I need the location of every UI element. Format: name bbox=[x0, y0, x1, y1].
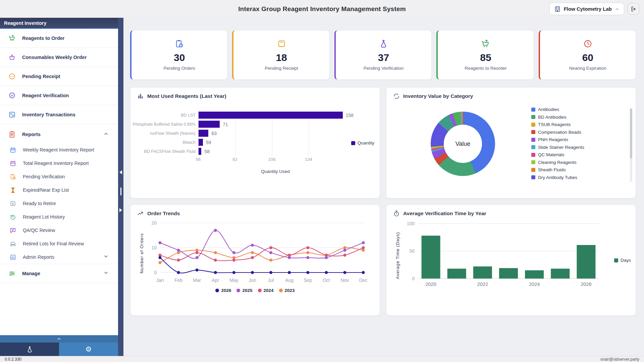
sidebar-item-ready-to-retire[interactable]: Ready to Retire bbox=[0, 197, 118, 210]
legend-label: Days bbox=[621, 258, 631, 263]
legend-item-dry-antibody-tubes[interactable]: Dry Antibody Tubes bbox=[531, 175, 584, 180]
logged-in-user: snair@sidserver.party bbox=[600, 357, 639, 362]
bar-category-label: BD FACSFlow Sheath Fluid bbox=[137, 148, 198, 155]
bar-2025 bbox=[551, 268, 570, 279]
y-axis-title: Number of Orders bbox=[137, 219, 146, 287]
legend-item-cleaning-reagents[interactable]: Cleaning Reagents bbox=[531, 160, 584, 165]
sidebar-item-expired-near-exp-list[interactable]: Expired/Near Exp List bbox=[0, 183, 118, 197]
sidebar-item-reagent-verification[interactable]: Reagent Verification bbox=[0, 86, 118, 105]
building-icon bbox=[554, 6, 561, 12]
sidebar-item-qa-qc-review[interactable]: QA/QC Review bbox=[0, 224, 118, 237]
legend-swatch bbox=[531, 123, 535, 127]
sidebar-item-reports[interactable]: Reports bbox=[0, 126, 118, 143]
legend-swatch bbox=[351, 141, 355, 145]
sidebar-splitter[interactable] bbox=[118, 18, 123, 356]
svg-text:50: 50 bbox=[409, 248, 415, 254]
sidebar-item-pending-verification[interactable]: Pending Verification bbox=[0, 170, 118, 183]
legend-item-slide-stainer-reagents[interactable]: Slide Stainer Reagents bbox=[531, 145, 584, 150]
legend-item-pnh-reagents[interactable]: PNH Reagents bbox=[531, 137, 584, 142]
x-tick-label: 82 bbox=[232, 157, 237, 162]
sidebar-item-retired-lots-for-final-review[interactable]: Retired Lots for Final Review bbox=[0, 237, 118, 250]
x-tick-label: 134 bbox=[305, 157, 312, 162]
sidebar-footer: ⚙ bbox=[0, 335, 118, 356]
bar-bleach[interactable] bbox=[199, 139, 203, 146]
chart-legend: 2026202520242023 bbox=[137, 288, 373, 293]
legend-item-2025[interactable]: 2025 bbox=[236, 288, 252, 293]
list-check-icon bbox=[8, 111, 16, 119]
legend-item-tsub-reagents[interactable]: TSUB Reagents bbox=[531, 122, 584, 127]
legend-item-qc-materials[interactable]: QC Materials bbox=[531, 152, 584, 157]
stat-card-pending-verification[interactable]: 37Pending Verification bbox=[334, 30, 432, 80]
chart-verification-time: Average Verification Time by Year Averag… bbox=[386, 204, 636, 316]
bar-bd-lst[interactable] bbox=[199, 112, 343, 119]
cart-plus-icon bbox=[481, 39, 490, 50]
sidebar-item-reagents-to-order[interactable]: Reagents to Order bbox=[0, 29, 118, 48]
chart-title: Average Verification Time by Year bbox=[403, 210, 486, 217]
sidebar-item-admin-reports[interactable]: Admin Reports bbox=[0, 250, 118, 264]
legend-label: 2023 bbox=[285, 288, 295, 293]
bar-2026 bbox=[577, 245, 595, 279]
archive-down-icon bbox=[9, 199, 17, 207]
bar-2020 bbox=[422, 236, 440, 279]
app-header: Interax Group Reagent Inventory Manageme… bbox=[0, 0, 644, 18]
sidebar-tab-settings[interactable]: ⚙ bbox=[59, 343, 118, 356]
donut-icon bbox=[393, 93, 400, 100]
clipboard-clock-icon bbox=[175, 39, 184, 50]
sidebar-item-label: Admin Reports bbox=[23, 254, 54, 260]
chart-order-trends: Order Trends Number of Orders 01020JanFe… bbox=[130, 204, 380, 316]
bar-isoflow-sheath-navios[interactable] bbox=[199, 130, 208, 137]
sidebar-item-total-reagent-inventory-report[interactable]: Total Reagent Inventory Report bbox=[0, 157, 118, 170]
legend-label: Quantity bbox=[358, 140, 374, 145]
stat-card-pending-receipt[interactable]: 18Pending Receipt bbox=[232, 30, 329, 80]
lab-selector[interactable]: Flow Cytometry Lab bbox=[549, 3, 624, 15]
line-plot-area: 01020JanFebMarAprMayJunJulAugSepOctNovDe… bbox=[146, 219, 367, 287]
sidebar-item-consumables-weekly-order[interactable]: Consumables Weekly Order bbox=[0, 48, 118, 67]
sidebar-collapse-bar[interactable] bbox=[0, 335, 118, 343]
x-tick-label: 56 bbox=[196, 157, 201, 162]
stat-card-pending-orders[interactable]: 30Pending Orders bbox=[130, 30, 227, 80]
legend-item-2026[interactable]: 2026 bbox=[215, 288, 231, 293]
bar-value-label: 63 bbox=[211, 130, 217, 137]
app-version: 0.0.2.330 bbox=[5, 357, 21, 362]
sidebar-item-inventory-transactions[interactable]: Inventory Transactions bbox=[0, 105, 118, 124]
svg-text:2020: 2020 bbox=[425, 282, 436, 287]
sidebar-item-label: Consumables Weekly Order bbox=[22, 55, 87, 60]
box-icon bbox=[277, 39, 286, 50]
legend-item-2023[interactable]: 2023 bbox=[279, 288, 295, 293]
sidebar-item-reagent-lot-history[interactable]: Reagent Lot History bbox=[0, 210, 118, 224]
chevron-down-icon bbox=[615, 7, 620, 11]
badge-check-icon bbox=[8, 92, 16, 100]
sidebar-item-label: Pending Verification bbox=[23, 174, 65, 179]
bar-phosphate-buffered-saline-0-85[interactable] bbox=[199, 121, 220, 128]
legend-item-sheath-fluids[interactable]: Sheath Fluids bbox=[531, 167, 584, 172]
legend-item-antibodies[interactable]: Antibodies bbox=[531, 107, 584, 112]
legend-label: QC Materials bbox=[538, 152, 565, 157]
chart-title: Most Used Reagents (Last Year) bbox=[147, 93, 226, 99]
sidebar-item-label: Inventory Transactions bbox=[22, 112, 75, 117]
legend-item-bd-antibodies[interactable]: BD Antibodies bbox=[531, 115, 584, 120]
logout-button[interactable] bbox=[628, 3, 639, 15]
legend-item-compensation-beads[interactable]: Compensation Beads bbox=[531, 130, 584, 135]
legend-scrollbar-thumb[interactable] bbox=[630, 108, 632, 159]
sidebar-item-pending-receipt[interactable]: Pending Receipt bbox=[0, 67, 118, 86]
bar-category-label: Phosphate Buffered Saline 0.85% bbox=[137, 121, 198, 128]
sidebar-item-manage[interactable]: Manage bbox=[0, 264, 118, 283]
sidebar-item-weekly-reagent-inventory-report[interactable]: Weekly Reagent Inventory Report bbox=[0, 143, 118, 157]
svg-text:2026: 2026 bbox=[581, 282, 591, 287]
bar-chart-icon bbox=[9, 253, 17, 261]
sidebar-tab-lab[interactable] bbox=[0, 343, 59, 356]
legend-label: Antibodies bbox=[538, 107, 559, 112]
stat-card-nearing-expiration[interactable]: 60Nearing Expiration bbox=[539, 30, 636, 80]
stat-card-reagents-to-reorder[interactable]: 85Reagents to Reorder bbox=[436, 30, 534, 80]
svg-text:Aug: Aug bbox=[285, 278, 293, 283]
chart-legend: Quantity bbox=[351, 140, 374, 145]
chart-legend: Days bbox=[614, 258, 631, 263]
svg-text:100: 100 bbox=[407, 221, 415, 226]
svg-text:Sep: Sep bbox=[304, 278, 312, 283]
sidebar-splitter-handle[interactable] bbox=[118, 170, 123, 212]
legend-swatch bbox=[531, 145, 535, 149]
legend-item-2024[interactable]: 2024 bbox=[258, 288, 274, 293]
stat-label: Pending Orders bbox=[163, 66, 195, 71]
bar-bd-facsflow-sheath-fluid[interactable] bbox=[199, 148, 201, 155]
bar-2023 bbox=[499, 268, 518, 279]
